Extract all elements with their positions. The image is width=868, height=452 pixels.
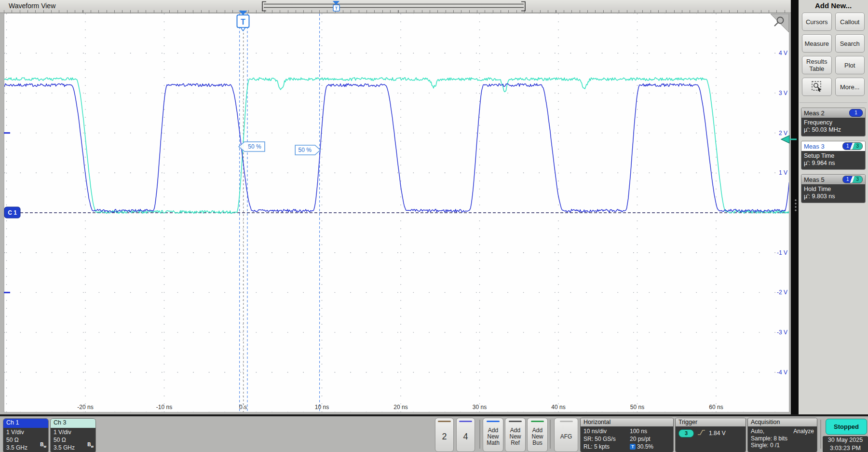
waveform-plot-area[interactable] <box>4 13 789 412</box>
horizontal-header: Horizontal <box>581 418 673 426</box>
add-new-bus-button[interactable]: Add New Bus <box>527 418 548 452</box>
channel-2-label: 2 <box>442 422 447 452</box>
trigger-source-badge: 3 <box>678 429 694 438</box>
meas5-name: Meas 5 <box>804 176 825 183</box>
add-new-button-grid: Cursors Callout Measure Search Results T… <box>799 12 868 101</box>
acq-sample: Sample: 8 bits <box>751 435 814 442</box>
results-table-button[interactable]: Results Table <box>802 56 832 74</box>
measurement-list: Meas 2 1 Frequency µ': 50.03 MHz Meas 3 … <box>799 108 868 203</box>
ch3-scale: 1 V/div <box>54 428 93 436</box>
add-new-title: Add New... <box>799 0 868 12</box>
ch3-bandwidth: 3.5 GHz <box>54 444 93 452</box>
panel-divider <box>800 103 867 104</box>
add-math-label: Add New Math <box>483 422 503 452</box>
ch1-scale: 1 V/div <box>6 428 45 436</box>
measurement-badge-meas3[interactable]: Meas 3 13 Setup Time µ': 9.964 ns <box>801 141 866 170</box>
measurement-badge-meas2[interactable]: Meas 2 1 Frequency µ': 50.03 MHz <box>801 108 866 137</box>
channel-1-header: Ch 1 <box>3 419 48 428</box>
cursors-button[interactable]: Cursors <box>802 13 832 31</box>
add-ref-label: Add New Ref <box>505 422 525 452</box>
h-resolution: 20 ps/pt <box>630 435 670 443</box>
h-scale: 10 ns/div <box>583 427 630 435</box>
meas3-title: Setup Time <box>804 152 863 160</box>
meas3-value: µ': 9.964 ns <box>804 160 863 167</box>
acquisition-header: Acquisition <box>748 418 817 426</box>
meas5-body: Hold Time µ': 9.803 ns <box>801 184 865 203</box>
meas2-title: Frequency <box>804 119 863 126</box>
trigger-badge[interactable]: Trigger 3 1.84 V <box>675 418 746 452</box>
callout-button[interactable]: Callout <box>835 13 865 31</box>
window-title: Waveform View <box>9 2 55 10</box>
add-bus-label: Add New Bus <box>528 422 547 452</box>
acquisition-badge[interactable]: Acquisition Auto,Analyze Sample: 8 bits … <box>747 418 817 452</box>
meas3-source-badges: 13 <box>842 142 863 150</box>
h-trigger-position: 30.5% <box>637 443 653 451</box>
run-stop-status-button[interactable]: Stopped <box>826 419 867 435</box>
panel-separator <box>791 0 799 414</box>
ch1-bandwidth-limit-icon: Bw <box>40 441 46 451</box>
ch1-impedance: 50 Ω <box>6 436 45 444</box>
meas3-header: Meas 3 13 <box>801 141 865 151</box>
h-sample-rate: SR: 50 GS/s <box>583 435 630 443</box>
plot-button[interactable]: Plot <box>835 56 865 74</box>
channel-2-button[interactable]: 2 <box>435 418 454 452</box>
add-new-math-button[interactable]: Add New Math <box>483 418 503 452</box>
meas5-value: µ': 9.803 ns <box>804 193 863 200</box>
ch1-bandwidth: 3.5 GHz <box>6 444 45 452</box>
zoom-select-icon <box>811 81 823 94</box>
date: 30 May 2025 <box>823 436 868 444</box>
date-time-display: 30 May 2025 3:03:23 PM <box>823 436 868 452</box>
meas5-source-badges: 13 <box>842 176 863 183</box>
channel-3-header: Ch 3 <box>51 419 95 428</box>
channel-1-badge[interactable]: Ch 1 1 V/div 50 Ω 3.5 GHz Bw <box>3 418 49 452</box>
meas3-body: Setup Time µ': 9.964 ns <box>801 151 865 169</box>
channel-4-button[interactable]: 4 <box>456 418 475 452</box>
time-ruler-ticks <box>4 10 789 13</box>
add-new-panel: Add New... Cursors Callout Measure Searc… <box>799 0 868 414</box>
afg-button[interactable]: AFG <box>554 418 578 452</box>
acq-single: Single: 0 /1 <box>751 442 814 449</box>
search-button[interactable]: Search <box>835 34 865 53</box>
h-record-length: RL: 5 kpts <box>583 443 630 451</box>
horizontal-settings: 10 ns/div100 ns SR: 50 GS/s20 ps/pt RL: … <box>581 426 673 452</box>
time: 3:03:23 PM <box>823 444 868 452</box>
meas2-body: Frequency µ': 50.03 MHz <box>801 118 865 136</box>
channel-4-label: 4 <box>463 422 468 452</box>
bottom-settings-bar: Ch 1 1 V/div 50 Ω 3.5 GHz Bw Ch 3 1 V/di… <box>0 414 868 452</box>
meas3-name: Meas 3 <box>804 143 825 150</box>
measure-button[interactable]: Measure <box>802 34 832 53</box>
divider <box>820 420 821 449</box>
meas2-header: Meas 2 1 <box>801 108 865 118</box>
meas2-name: Meas 2 <box>804 110 825 117</box>
meas5-header: Meas 5 13 <box>801 175 865 184</box>
ch3-bandwidth-limit-icon: Bw <box>87 441 94 451</box>
trigger-header: Trigger <box>676 418 746 426</box>
zoom-select-button[interactable] <box>802 78 832 96</box>
waveform-view-titlebar: Waveform View <box>0 0 791 13</box>
ch3-impedance: 50 Ω <box>54 436 93 444</box>
divider <box>550 420 551 449</box>
meas5-title: Hold Time <box>804 186 863 193</box>
afg-label: AFG <box>560 422 572 452</box>
rising-edge-icon <box>697 429 705 438</box>
measurement-badge-meas5[interactable]: Meas 5 13 Hold Time µ': 9.803 ns <box>801 174 866 203</box>
trigger-level: 1.84 V <box>709 430 726 437</box>
h-record-span: 100 ns <box>630 427 670 435</box>
channel-3-badge[interactable]: Ch 3 1 V/div 50 Ω 3.5 GHz Bw <box>50 418 96 452</box>
acq-mode: Auto, <box>751 427 764 435</box>
trigger-position-icon: T <box>630 444 636 450</box>
channel-1-settings: 1 V/div 50 Ω 3.5 GHz Bw <box>3 428 48 452</box>
trigger-settings: 3 1.84 V <box>676 426 746 452</box>
acq-analyze: Analyze <box>793 427 814 435</box>
meas2-value: µ': 50.03 MHz <box>804 126 863 134</box>
horizontal-badge[interactable]: Horizontal 10 ns/div100 ns SR: 50 GS/s20… <box>580 418 674 452</box>
acquisition-settings: Auto,Analyze Sample: 8 bits Single: 0 /1 <box>748 426 817 452</box>
oscilloscope-screen: { "window": { "title": "Waveform View" }… <box>0 0 868 452</box>
more-button[interactable]: More... <box>835 78 865 96</box>
meas2-source-badge: 1 <box>849 109 863 117</box>
add-new-ref-button[interactable]: Add New Ref <box>505 418 526 452</box>
channel-3-settings: 1 V/div 50 Ω 3.5 GHz Bw <box>51 428 95 452</box>
divider <box>479 420 480 449</box>
